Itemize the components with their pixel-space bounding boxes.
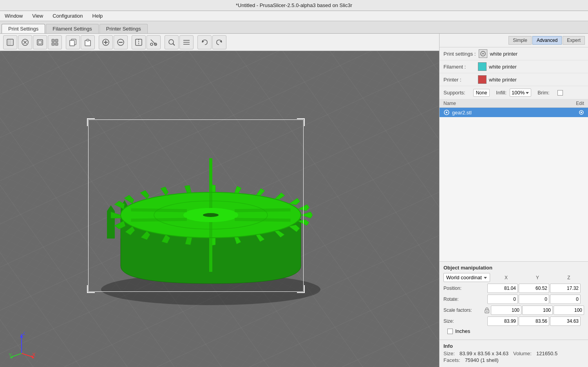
search-button[interactable]: [165, 35, 179, 49]
scale-lock-icon[interactable]: [484, 307, 490, 313]
info-facets-label: Facets:: [443, 357, 460, 363]
filament-label: Filament :: [443, 64, 475, 70]
filament-row: Filament : white printer: [440, 60, 588, 73]
info-volume-value: 121650.5: [536, 351, 557, 356]
svg-point-65: [486, 311, 487, 312]
info-title: Info: [443, 343, 584, 349]
rotate-x-input[interactable]: [487, 295, 518, 304]
info-facets-row: Facets: 75940 (1 shell): [443, 357, 584, 363]
printer-text[interactable]: white printer: [489, 77, 517, 83]
add-button[interactable]: [3, 35, 17, 49]
tab-print-settings[interactable]: Print Settings: [2, 24, 45, 33]
object-visible-icon[interactable]: [579, 110, 584, 115]
position-z-input[interactable]: [550, 284, 581, 293]
svg-text:X: X: [32, 352, 35, 358]
coord-system-selector[interactable]: World coordinat: [443, 273, 490, 282]
info-facets-value: 75940 (1 shell): [465, 357, 499, 363]
svg-point-62: [581, 112, 582, 113]
more-button[interactable]: [99, 35, 113, 49]
scale-x-input[interactable]: [491, 306, 521, 315]
size-row: Size:: [443, 316, 584, 326]
simple-mode-button[interactable]: Simple: [508, 36, 532, 45]
svg-rect-14: [87, 39, 89, 41]
size-x-input[interactable]: [487, 316, 518, 326]
print-settings-icon: [479, 49, 487, 58]
infill-dropdown[interactable]: 100%: [510, 89, 531, 97]
info-size-row: Size: 83.99 x 83.56 x 34.63 Volume: 1216…: [443, 351, 584, 356]
rotate-y-input[interactable]: [519, 295, 549, 304]
tab-filament-settings[interactable]: Filament Settings: [46, 24, 98, 33]
tab-printer-settings[interactable]: Printer Settings: [100, 24, 148, 33]
svg-point-45: [203, 213, 219, 217]
position-y-input[interactable]: [519, 284, 549, 293]
menu-window[interactable]: Window: [2, 12, 26, 20]
size-y-input[interactable]: [519, 316, 549, 326]
delete-all-button[interactable]: [33, 35, 47, 49]
y-header: Y: [522, 275, 553, 280]
gear-model: [74, 101, 348, 317]
scale-y-input[interactable]: [522, 306, 553, 315]
expert-mode-button[interactable]: Expert: [563, 36, 585, 45]
object-list-item[interactable]: gear2.stl: [440, 108, 588, 117]
svg-text:Z: Z: [22, 332, 25, 336]
print-settings-text[interactable]: white printer: [490, 51, 517, 57]
advanced-mode-button[interactable]: Advanced: [532, 36, 562, 45]
controls-row: Supports: None Infill: 100% Brim:: [440, 86, 588, 99]
arrange-button[interactable]: [48, 35, 62, 49]
undo-button[interactable]: [197, 35, 212, 49]
menubar: Window View Configuration Help: [0, 11, 588, 21]
svg-rect-12: [70, 40, 74, 46]
svg-rect-8: [55, 39, 58, 42]
printer-label: Printer :: [443, 77, 475, 83]
size-z-input[interactable]: [550, 316, 581, 326]
brim-label: Brim:: [537, 90, 549, 96]
info-section: Info Size: 83.99 x 83.56 x 34.63 Volume:…: [440, 340, 588, 367]
menu-configuration[interactable]: Configuration: [49, 12, 86, 20]
coord-header-row: World coordinat X Y Z: [443, 273, 584, 282]
brim-checkbox[interactable]: [557, 90, 563, 96]
paste-button[interactable]: [81, 35, 95, 49]
layers-button[interactable]: [179, 35, 194, 49]
less-button[interactable]: [114, 35, 128, 49]
menu-help[interactable]: Help: [89, 12, 106, 20]
menu-view[interactable]: View: [29, 12, 46, 20]
svg-rect-7: [52, 39, 54, 42]
filament-text[interactable]: white printer: [489, 64, 517, 70]
scale-label: Scale factors:: [443, 307, 483, 313]
object-manipulation-title: Object manipulation: [443, 265, 584, 271]
supports-value[interactable]: None: [473, 89, 490, 97]
inches-checkbox[interactable]: [447, 329, 453, 334]
infill-label: Infill:: [496, 90, 507, 96]
axes-indicator: Z X Y: [8, 332, 35, 359]
print-settings-label: Print settings :: [443, 51, 476, 57]
split-button[interactable]: [132, 35, 146, 49]
viewport-area: Z X Y: [0, 34, 439, 367]
print-settings-row: Print settings : white printer: [440, 47, 588, 60]
info-size-label: Size:: [443, 351, 455, 356]
redo-button[interactable]: [212, 35, 226, 49]
infill-value: 100%: [512, 90, 525, 96]
scale-row: Scale factors:: [443, 306, 584, 315]
svg-text:Y: Y: [9, 352, 12, 358]
inches-row: Inches: [443, 326, 584, 336]
position-x-input[interactable]: [487, 284, 518, 293]
infill-group: Infill: 100%: [496, 89, 531, 97]
delete-button[interactable]: [18, 35, 32, 49]
svg-rect-9: [52, 43, 54, 45]
object-manipulation: Object manipulation World coordinat X Y …: [440, 261, 588, 340]
copy-button[interactable]: [66, 35, 80, 49]
position-row: Position:: [443, 284, 584, 293]
supports-label: Supports:: [443, 90, 465, 96]
3d-viewport[interactable]: Z X Y: [0, 51, 439, 367]
main-area: Z X Y Simple Advanced Expert Pri: [0, 34, 588, 367]
svg-line-22: [151, 40, 156, 45]
object-list-empty: [440, 117, 588, 261]
scale-z-input[interactable]: [554, 306, 584, 315]
x-header: X: [491, 275, 521, 280]
svg-line-51: [22, 353, 33, 357]
object-icon: [443, 109, 450, 116]
tabbar: Print Settings Filament Settings Printer…: [0, 21, 588, 34]
mode-buttons: Simple Advanced Expert: [440, 34, 588, 47]
cut-button[interactable]: [147, 35, 161, 49]
rotate-z-input[interactable]: [550, 295, 581, 304]
